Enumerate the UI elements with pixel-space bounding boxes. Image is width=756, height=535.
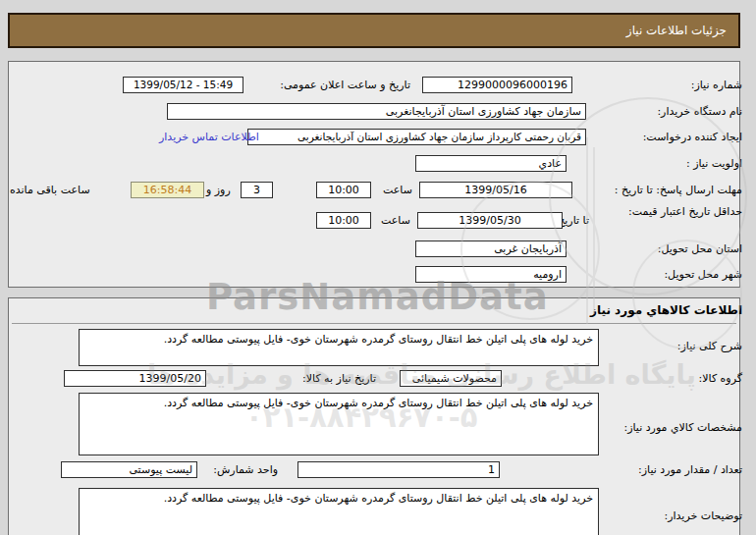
reply-deadline-date-field[interactable]: 1399/05/16: [419, 182, 572, 198]
reply-hour-field[interactable]: 10:00: [316, 182, 371, 198]
page-title: جزئیات اطلاعات نیاز: [8, 13, 740, 48]
countdown-timer: 16:58:44: [131, 182, 204, 198]
price-validity-label: حداقل تاریخ اعتبار قیمت:: [626, 205, 742, 219]
need-number-field[interactable]: 1299000096000196: [422, 77, 572, 93]
price-validity-date-field[interactable]: 1399/05/30: [417, 212, 563, 229]
reply-hour-label: ساعت: [383, 184, 412, 197]
priority-label: اولویت نیاز :: [686, 157, 742, 171]
request-creator-field[interactable]: قربان رحمتی کارپرداز سازمان جهاد کشاورزی…: [247, 129, 586, 145]
delivery-province-label: استان محل تحویل:: [658, 242, 742, 256]
general-desc-label: شرح کلی نیاز:: [677, 340, 742, 353]
need-details-page: جزئیات اطلاعات نیاز شماره نیاز: 12990000…: [0, 0, 756, 535]
remaining-days-field[interactable]: 3: [241, 182, 273, 198]
goods-section-title: اطلاعات کالاهاي مورد نیاز: [590, 303, 742, 317]
buyer-org-field[interactable]: سازمان جهاد کشاورزی استان آذربایجانغربی: [167, 103, 586, 120]
specs-textarea[interactable]: خرید لوله های پلی اتیلن خط انتقال روستای…: [79, 393, 599, 455]
buyer-contact-link[interactable]: اطلاعات تماس خریدار: [159, 131, 259, 143]
need-info-panel: [8, 61, 740, 288]
buyer-org-label: نام دستگاه خریدار:: [657, 105, 742, 119]
unit-label: واحد شمارش:: [213, 463, 278, 477]
unit-field[interactable]: لیست پیوستی: [61, 461, 197, 478]
buyer-notes-label: توضیحات خریدار:: [665, 509, 743, 523]
request-creator-label: ایجاد کننده درخواست:: [643, 131, 742, 144]
delivery-city-field[interactable]: ارومیه: [415, 266, 567, 283]
reply-deadline-label: مهلت ارسال پاسخ: تا تاریخ :: [615, 184, 742, 197]
announce-datetime-label: تاریخ و ساعت اعلان عمومی:: [280, 79, 410, 92]
quantity-field[interactable]: 1: [297, 461, 500, 478]
need-date-field[interactable]: 1399/05/20: [64, 370, 206, 387]
price-validity-hour-label: ساعت: [381, 214, 410, 228]
section-divider: [12, 323, 736, 324]
goods-group-label: گروه کالا:: [699, 372, 742, 386]
quantity-label: تعداد / مقدار مورد نیاز:: [638, 463, 742, 477]
specs-label: مشخصات کالاي مورد نیاز:: [623, 421, 742, 435]
need-number-label: شماره نیاز:: [691, 79, 742, 92]
delivery-province-field[interactable]: آذربایجان غربی: [415, 241, 567, 257]
price-validity-hour-field[interactable]: 10:00: [316, 212, 371, 229]
general-desc-textarea[interactable]: خرید لوله های پلی اتیلن خط انتقال روستای…: [79, 329, 599, 366]
goods-group-field[interactable]: محصولات شیمیائی: [400, 370, 502, 387]
delivery-city-label: شهر محل تحویل:: [664, 268, 742, 282]
days-and-label: روز و: [206, 184, 231, 197]
announce-datetime-field[interactable]: 1399/05/12 - 15:49: [123, 77, 243, 93]
hours-remaining-label: ساعت باقی مانده: [10, 184, 90, 197]
need-date-label: تاریخ نیاز به کالا:: [302, 372, 376, 386]
buyer-notes-textarea[interactable]: خرید لوله های پلی اتیلن خط انتقال روستای…: [79, 488, 599, 535]
priority-field[interactable]: عادي: [415, 155, 567, 172]
